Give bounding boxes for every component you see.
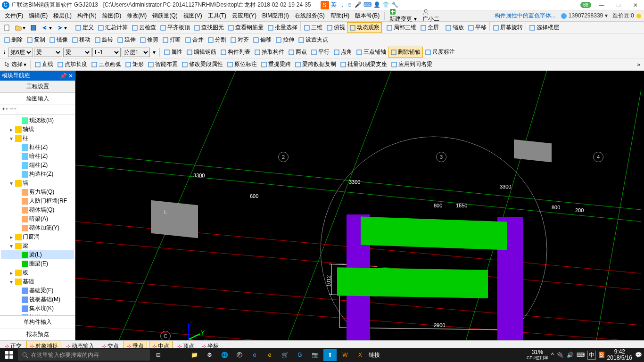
tree-item[interactable]: 暗梁(A) <box>1 214 74 223</box>
toolbar-button[interactable]: 局部三维 <box>384 22 418 33</box>
toolbar-button[interactable]: 应用到同名梁 <box>389 59 434 69</box>
menu-item[interactable]: 编辑(E) <box>26 11 50 21</box>
sidebar-pin-icon[interactable]: 📌 ✕ <box>60 73 73 79</box>
taskbar-app[interactable]: W <box>339 349 352 361</box>
menu-item[interactable]: 修改(M) <box>124 11 149 21</box>
tree-item[interactable]: ▸门窗洞 <box>1 232 74 241</box>
start-button[interactable] <box>2 349 16 361</box>
toolbar-button[interactable]: 尺度标注 <box>423 47 457 58</box>
toolbar-button[interactable]: 批量选择 <box>265 22 299 33</box>
tree-item[interactable]: ▾墙 <box>1 179 74 188</box>
credit-display[interactable]: 造价豆:0 <box>612 12 642 20</box>
toolbar-button[interactable]: 定义 <box>73 22 96 33</box>
toolbar-button[interactable]: 编辑钢筋 <box>184 47 218 58</box>
tray-volume-icon[interactable]: 🔊 <box>567 352 574 358</box>
tree-item[interactable]: 砌体加筋(Y) <box>1 223 74 232</box>
dropdown-indicator[interactable]: ፧ <box>2 48 7 57</box>
taskbar-app[interactable]: Ⓔ <box>233 349 246 361</box>
menu-item[interactable]: 钢筋量(Q) <box>149 11 180 21</box>
toolbar-button[interactable]: 智能布置 <box>146 59 180 69</box>
toolbar-button[interactable]: 平行 <box>309 47 331 58</box>
toolbar-button[interactable]: 旋转 <box>92 35 115 45</box>
tree-item[interactable]: 梁(L) <box>1 250 74 259</box>
toolbar-button[interactable]: 汇总计算 <box>96 22 130 33</box>
toolbar-button[interactable]: 镜像 <box>47 35 70 45</box>
tree-item[interactable]: ▾基础 <box>1 277 74 286</box>
toolbar-button[interactable]: 拉伸 <box>273 35 296 45</box>
tree-item[interactable]: ▾柱 <box>1 134 74 143</box>
toolbar-button[interactable]: 动态观察 <box>347 22 382 33</box>
menu-item[interactable]: 工具(T) <box>205 11 229 21</box>
taskbar-app[interactable]: 📷 <box>308 349 322 361</box>
taskbar-app[interactable]: ⚙ <box>203 349 216 361</box>
task-view-icon[interactable]: ⊟ <box>152 349 165 361</box>
toolbar-button[interactable]: 删除 <box>2 35 25 45</box>
undo-button[interactable]: ▾ <box>40 24 54 32</box>
tree-item[interactable]: 剪力墙(Q) <box>1 188 74 197</box>
menu-item[interactable]: BIM应用(I) <box>259 11 292 21</box>
toolbar-overflow[interactable]: » <box>635 60 642 69</box>
tree-item[interactable]: ▸板 <box>1 268 74 277</box>
toolbar-button[interactable]: 云检查 <box>130 22 158 33</box>
account-number[interactable]: 13907298339 ▾ <box>561 12 608 19</box>
tree-toggle[interactable]: ▾ <box>8 243 14 249</box>
toolbar-button[interactable]: 平移 <box>466 22 488 33</box>
system-tray[interactable]: 31% CPU使用率 ^ 🔌 🔊 ⌨ 中 S 9:42 2018/5/16 💬 <box>527 349 642 361</box>
open-file-button[interactable]: ▾ <box>13 24 27 32</box>
component-tree[interactable]: 现浇板(B)▸轴线▾柱框柱(Z)暗柱(Z)端柱(Z)构造柱(Z)▾墙剪力墙(Q)… <box>0 115 75 315</box>
menu-item[interactable]: 云应用(Y) <box>229 11 259 21</box>
ime-lang[interactable]: 英 <box>331 1 337 9</box>
sogou-ime-icon[interactable]: S <box>321 1 329 9</box>
user-button[interactable]: 广小二 <box>420 8 442 24</box>
toolbar-button[interactable]: 两点 <box>286 47 309 58</box>
collapse-icon[interactable]: ⁻⁻ <box>10 106 17 114</box>
toolbar-button[interactable]: 打断 <box>160 35 183 45</box>
save-button[interactable] <box>28 24 39 32</box>
tree-item[interactable]: ▾梁 <box>1 241 74 250</box>
toolbar-button[interactable]: 合并 <box>183 35 206 45</box>
toolbar-button[interactable]: 查看钢筋量 <box>226 22 265 33</box>
toolbar-button[interactable]: 原位标注 <box>225 59 259 69</box>
component-select[interactable]: L-1 <box>92 48 121 57</box>
span-select[interactable]: 分层1 <box>122 48 150 57</box>
expand-icon[interactable]: ⁺⁺ <box>2 106 8 114</box>
property-hint[interactable]: 构件属性中的蓝色字体... <box>495 12 556 20</box>
select-tool[interactable]: 选择 ▾ <box>2 59 28 69</box>
taskbar-app[interactable]: 🌐 <box>218 349 231 361</box>
tray-keyboard-icon[interactable]: ⌨ <box>577 352 585 358</box>
toolbar-button[interactable]: 修剪 <box>138 35 160 45</box>
toolbar-button[interactable]: 删除辅轴 <box>388 47 423 58</box>
menu-item[interactable]: 楼层(L) <box>50 11 74 21</box>
toolbar-button[interactable]: 构件列表 <box>218 47 252 58</box>
maximize-button[interactable]: □ <box>612 1 625 9</box>
toolbar-button[interactable]: 属性 <box>162 47 184 58</box>
sidebar-tab-draw[interactable]: 绘图输入 <box>0 93 75 105</box>
taskbar-link-label[interactable]: 链接 <box>369 351 380 359</box>
tree-item[interactable]: 框柱(Z) <box>1 143 74 152</box>
toolbar-button[interactable]: 俯视 <box>324 22 347 33</box>
toolbar-button[interactable]: 偏移 <box>251 35 273 45</box>
new-file-button[interactable] <box>2 24 12 32</box>
tree-item[interactable]: 筏板基础(M) <box>1 295 74 304</box>
toolbar-button[interactable]: 三维 <box>302 22 324 33</box>
taskbar-search[interactable]: 在这里输入你要搜索的内容 <box>18 349 150 361</box>
notification-badge[interactable]: 66 <box>580 2 591 8</box>
tree-item[interactable]: 集水坑(K) <box>1 304 74 313</box>
drawing-canvas[interactable]: 234EC 3300330033006008001650800200101229… <box>75 71 644 340</box>
tree-item[interactable]: 圈梁(E) <box>1 259 74 268</box>
toolbar-button[interactable]: 三点辅轴 <box>354 47 388 58</box>
tree-item[interactable]: 端柱(Z) <box>1 161 74 170</box>
tree-item[interactable]: 基础梁(F) <box>1 286 74 295</box>
toolbar-button[interactable]: 梁跨数据复制 <box>293 59 338 69</box>
tree-toggle[interactable]: ▸ <box>8 234 14 240</box>
single-component-input[interactable]: 单构件输入 <box>0 316 75 328</box>
taskbar-app[interactable]: G <box>293 349 306 361</box>
toolbar-button[interactable]: 查找图元 <box>192 22 226 33</box>
beam-element[interactable] <box>337 267 488 298</box>
toolbar-button[interactable]: 延伸 <box>115 35 138 45</box>
toolbar-button[interactable]: 平齐板顶 <box>158 22 192 33</box>
tree-item[interactable]: 构造柱(Z) <box>1 170 74 179</box>
toolbar-button[interactable]: 全屏 <box>418 22 441 33</box>
menu-item[interactable]: 在线服务(S) <box>292 11 328 21</box>
tray-network-icon[interactable]: 🔌 <box>557 352 564 358</box>
